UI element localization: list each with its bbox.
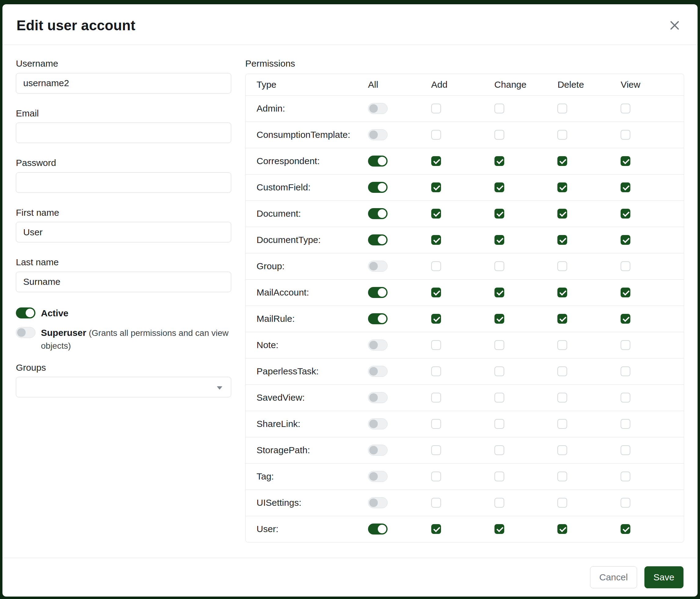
perm-change-checkbox[interactable] xyxy=(495,445,504,455)
perm-delete-checkbox[interactable] xyxy=(557,524,567,534)
perm-change-checkbox[interactable] xyxy=(495,156,504,166)
perm-view-checkbox[interactable] xyxy=(621,419,630,429)
perm-view-checkbox[interactable] xyxy=(621,393,630,403)
perm-add-checkbox[interactable] xyxy=(431,261,441,271)
perm-change-checkbox[interactable] xyxy=(495,498,504,508)
perm-add-checkbox[interactable] xyxy=(431,156,441,166)
perm-view-checkbox[interactable] xyxy=(621,261,630,271)
perm-all-toggle[interactable] xyxy=(368,497,388,508)
perm-add-checkbox[interactable] xyxy=(431,445,441,455)
perm-all-toggle[interactable] xyxy=(368,313,388,324)
perm-add-checkbox[interactable] xyxy=(431,524,441,534)
perm-delete-checkbox[interactable] xyxy=(557,288,567,297)
perm-view-checkbox[interactable] xyxy=(621,209,630,218)
perm-delete-checkbox[interactable] xyxy=(557,472,567,481)
perm-change-checkbox[interactable] xyxy=(495,340,504,350)
perm-add-checkbox[interactable] xyxy=(431,340,441,350)
perm-change-checkbox[interactable] xyxy=(495,419,504,429)
superuser-toggle[interactable] xyxy=(16,327,35,338)
perm-all-toggle[interactable] xyxy=(368,471,388,482)
perm-view-checkbox[interactable] xyxy=(621,340,630,350)
perm-all-toggle[interactable] xyxy=(368,445,388,456)
close-button[interactable] xyxy=(666,17,683,34)
perm-change-checkbox[interactable] xyxy=(495,130,504,140)
perm-add-checkbox[interactable] xyxy=(431,419,441,429)
perm-delete-checkbox[interactable] xyxy=(557,183,567,192)
perm-change-checkbox[interactable] xyxy=(495,366,504,376)
perm-view-checkbox[interactable] xyxy=(621,314,630,324)
perm-change-checkbox[interactable] xyxy=(495,288,504,297)
perm-view-checkbox[interactable] xyxy=(621,366,630,376)
perm-delete-checkbox[interactable] xyxy=(557,393,567,403)
perm-all-toggle[interactable] xyxy=(368,418,388,429)
perm-delete-checkbox[interactable] xyxy=(557,445,567,455)
perm-all-toggle[interactable] xyxy=(368,208,388,219)
first-name-input[interactable] xyxy=(16,222,231,242)
perm-all-toggle[interactable] xyxy=(368,366,388,377)
perm-add-checkbox[interactable] xyxy=(431,498,441,508)
perm-all-toggle[interactable] xyxy=(368,234,388,245)
perm-delete-checkbox[interactable] xyxy=(557,419,567,429)
perm-change-checkbox[interactable] xyxy=(495,393,504,403)
perm-change-checkbox[interactable] xyxy=(495,209,504,218)
perm-view-checkbox[interactable] xyxy=(621,235,630,245)
perm-change-checkbox[interactable] xyxy=(495,472,504,481)
perm-change-checkbox[interactable] xyxy=(495,103,504,113)
perm-all-toggle[interactable] xyxy=(368,287,388,298)
password-input[interactable] xyxy=(16,172,231,193)
cancel-button[interactable]: Cancel xyxy=(590,566,637,588)
perm-add-checkbox[interactable] xyxy=(431,314,441,324)
perm-all-toggle[interactable] xyxy=(368,392,388,403)
perm-add-checkbox[interactable] xyxy=(431,288,441,297)
perm-view-checkbox[interactable] xyxy=(621,498,630,508)
username-input[interactable] xyxy=(16,73,231,94)
perm-view-checkbox[interactable] xyxy=(621,445,630,455)
perm-all-toggle[interactable] xyxy=(368,182,388,193)
column-header-all: All xyxy=(368,79,431,90)
perm-all-toggle[interactable] xyxy=(368,155,388,167)
groups-select[interactable] xyxy=(16,377,231,397)
last-name-input[interactable] xyxy=(16,272,231,292)
perm-change-checkbox[interactable] xyxy=(495,524,504,534)
perm-add-checkbox[interactable] xyxy=(431,103,441,113)
perm-add-checkbox[interactable] xyxy=(431,183,441,192)
perm-change-checkbox[interactable] xyxy=(495,314,504,324)
perm-all-toggle[interactable] xyxy=(368,129,388,140)
perm-delete-checkbox[interactable] xyxy=(557,314,567,324)
perm-view-checkbox[interactable] xyxy=(621,103,630,113)
perm-all-toggle[interactable] xyxy=(368,261,388,272)
perm-change-checkbox[interactable] xyxy=(495,183,504,192)
perm-change-checkbox[interactable] xyxy=(495,261,504,271)
perm-delete-checkbox[interactable] xyxy=(557,103,567,113)
perm-delete-checkbox[interactable] xyxy=(557,130,567,140)
perm-all-toggle[interactable] xyxy=(368,103,388,114)
perm-add-checkbox[interactable] xyxy=(431,130,441,140)
perm-add-checkbox[interactable] xyxy=(431,366,441,376)
perm-delete-checkbox[interactable] xyxy=(557,366,567,376)
perm-delete-checkbox[interactable] xyxy=(557,156,567,166)
perm-add-checkbox[interactable] xyxy=(431,393,441,403)
perm-view-checkbox[interactable] xyxy=(621,156,630,166)
perm-delete-checkbox[interactable] xyxy=(557,261,567,271)
perm-add-checkbox[interactable] xyxy=(431,235,441,245)
perm-all-toggle[interactable] xyxy=(368,339,388,351)
perm-delete-checkbox[interactable] xyxy=(557,340,567,350)
perm-view-checkbox[interactable] xyxy=(621,288,630,297)
perm-view-checkbox[interactable] xyxy=(621,130,630,140)
save-button[interactable]: Save xyxy=(644,566,683,588)
perm-add-checkbox[interactable] xyxy=(431,209,441,218)
perm-delete-checkbox[interactable] xyxy=(557,235,567,245)
perm-view-checkbox[interactable] xyxy=(621,183,630,192)
perm-add-checkbox[interactable] xyxy=(431,472,441,481)
perm-view-checkbox[interactable] xyxy=(621,524,630,534)
permissions-section: Permissions Type All Add Change Delete V… xyxy=(245,58,684,558)
perm-delete-checkbox[interactable] xyxy=(557,209,567,218)
perm-view-checkbox[interactable] xyxy=(621,472,630,481)
perm-type-label: StoragePath: xyxy=(256,445,368,455)
perm-delete-checkbox[interactable] xyxy=(557,498,567,508)
perm-change-checkbox[interactable] xyxy=(495,235,504,245)
email-input[interactable] xyxy=(16,123,231,143)
perm-all-toggle[interactable] xyxy=(368,524,388,534)
active-toggle[interactable] xyxy=(16,308,35,318)
chevron-down-icon xyxy=(217,386,222,390)
